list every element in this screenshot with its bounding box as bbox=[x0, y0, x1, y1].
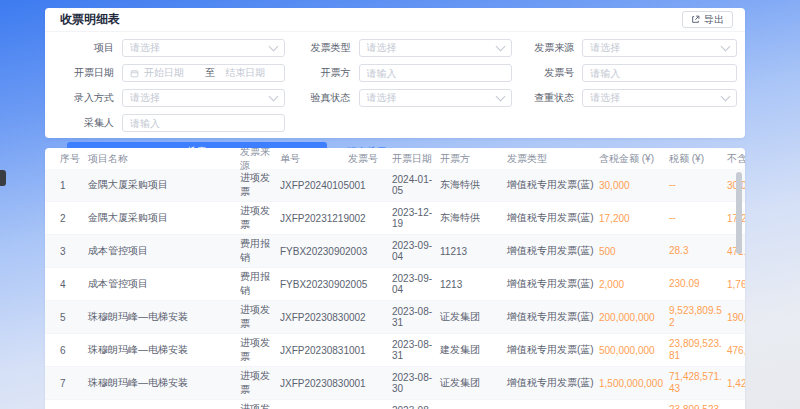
cell-source: 进项发票 bbox=[240, 171, 280, 199]
filter-project-label: 项目 bbox=[45, 41, 122, 55]
col-amount-incl: 含税金额 (¥) bbox=[599, 152, 669, 166]
cell-amount-incl: 500 bbox=[599, 246, 669, 257]
table-panel: 序号 项目名称 发票来源 单号 发票号 开票日期 开票方 发票类型 含税金额 (… bbox=[45, 148, 745, 409]
filter-invoice-type-label: 发票类型 bbox=[285, 41, 359, 55]
cell-type: 增值税专用发票(蓝) bbox=[507, 376, 599, 390]
title-bar: 收票明细表 导出 bbox=[45, 8, 745, 32]
cell-tax: 23,809,523.81 bbox=[669, 338, 727, 362]
cell-tax: 230.09 bbox=[669, 278, 727, 290]
chevron-down-icon bbox=[721, 92, 731, 102]
col-no: 序号 bbox=[45, 152, 88, 166]
cell-order-no: JXFP20240105001 bbox=[280, 180, 348, 191]
col-issuer: 开票方 bbox=[440, 152, 507, 166]
cell-project: 珠穆朗玛峰—电梯安装 bbox=[88, 376, 240, 390]
table-row: 6 珠穆朗玛峰—电梯安装 进项发票 JXFP20230831001 2023-0… bbox=[45, 334, 745, 367]
filter-invoice-source-placeholder: 请选择 bbox=[590, 41, 722, 55]
cell-order-no: JXFP20230830002 bbox=[280, 312, 348, 323]
table-scroll-area: 序号 项目名称 发票来源 单号 发票号 开票日期 开票方 发票类型 含税金额 (… bbox=[45, 148, 745, 409]
filter-project-placeholder: 请选择 bbox=[130, 41, 270, 55]
cell-order-no: FYBX20230902005 bbox=[280, 279, 348, 290]
export-button[interactable]: 导出 bbox=[682, 11, 733, 28]
cell-type: 增值税专用发票(蓝) bbox=[507, 343, 599, 357]
col-tax: 税额 (¥) bbox=[669, 153, 727, 165]
cell-no: 2 bbox=[45, 213, 88, 224]
filter-form: 项目 请选择 发票类型 请选择 发票来源 请选择 开票日期 bbox=[45, 32, 745, 162]
vertical-scrollbar[interactable] bbox=[736, 172, 742, 254]
filter-verify-status-select[interactable]: 请选择 bbox=[359, 89, 513, 107]
date-range-separator: 至 bbox=[195, 66, 225, 80]
cell-issuer: 东海特供 bbox=[440, 178, 507, 192]
filter-verify-status-label: 验真状态 bbox=[285, 91, 359, 105]
start-date-placeholder: 开始日期 bbox=[144, 66, 195, 80]
cell-type: 增值税专用发票(蓝) bbox=[507, 277, 599, 291]
cell-no: 1 bbox=[45, 180, 88, 191]
cell-no: 3 bbox=[45, 246, 88, 257]
col-amount-excl: 不含税金额 (¥) bbox=[727, 152, 745, 166]
cell-no: 6 bbox=[45, 345, 88, 356]
cell-tax: 28.3 bbox=[669, 245, 727, 257]
cell-date: 2023-12-19 bbox=[392, 207, 440, 229]
table-row: 4 成本管控项目 费用报销 FYBX20230902005 2023-09-04… bbox=[45, 268, 745, 301]
filter-collector-input[interactable] bbox=[130, 115, 277, 131]
filter-issuer-field bbox=[359, 64, 513, 82]
chevron-down-icon bbox=[496, 92, 506, 102]
export-label: 导出 bbox=[704, 13, 724, 27]
end-date-placeholder: 结束日期 bbox=[225, 66, 276, 80]
filter-invoice-date-range[interactable]: 开始日期 至 结束日期 bbox=[122, 64, 285, 82]
col-order-no: 单号 bbox=[280, 152, 348, 166]
filter-verify-status-placeholder: 请选择 bbox=[367, 91, 498, 105]
cell-tax: 23,809,523.81 bbox=[669, 404, 727, 409]
cell-source: 费用报销 bbox=[240, 237, 280, 265]
table-row: 3 成本管控项目 费用报销 FYBX20230902003 2023-09-04… bbox=[45, 235, 745, 268]
cell-amount-excl: 476,190,476.19 bbox=[727, 345, 745, 356]
filter-collector-label: 采集人 bbox=[45, 116, 122, 130]
cell-source: 进项发票 bbox=[240, 303, 280, 331]
table-body: 1 金隅大厦采购项目 进项发票 JXFP20240105001 2024-01-… bbox=[45, 169, 745, 409]
table-row: 1 金隅大厦采购项目 进项发票 JXFP20240105001 2024-01-… bbox=[45, 169, 745, 202]
filter-entry-method-select[interactable]: 请选择 bbox=[122, 89, 285, 107]
calendar-icon bbox=[130, 69, 139, 78]
cell-project: 珠穆朗玛峰—电梯安装 bbox=[88, 310, 240, 324]
filter-issuer-input[interactable] bbox=[367, 65, 505, 81]
cell-date: 2023-08-30 bbox=[392, 372, 440, 394]
cell-tax: -- bbox=[669, 212, 727, 224]
cell-amount-incl: 500,000,000 bbox=[599, 345, 669, 356]
filter-project-select[interactable]: 请选择 bbox=[122, 39, 285, 57]
cell-amount-incl: 30,000 bbox=[599, 180, 669, 191]
cell-amount-excl: 1,769.91 bbox=[727, 279, 745, 290]
filter-invoice-source-label: 发票来源 bbox=[512, 41, 582, 55]
filter-invoice-no-input[interactable] bbox=[590, 65, 729, 81]
cell-project: 金隅大厦采购项目 bbox=[88, 178, 240, 192]
cell-tax: 9,523,809.52 bbox=[669, 305, 727, 329]
cell-issuer: 1213 bbox=[440, 279, 507, 290]
filter-invoice-no-label: 发票号 bbox=[512, 66, 582, 80]
floating-side-handle[interactable] bbox=[0, 170, 6, 186]
filter-invoice-source-select[interactable]: 请选择 bbox=[582, 39, 737, 57]
cell-date: 2023-08-31 bbox=[392, 339, 440, 361]
cell-order-no: FYBX20230902003 bbox=[280, 246, 348, 257]
cell-issuer: 证发集团 bbox=[440, 310, 507, 324]
filter-dup-status-select[interactable]: 请选择 bbox=[582, 89, 737, 107]
cell-source: 进项发票 bbox=[240, 402, 280, 409]
chevron-down-icon bbox=[496, 42, 506, 52]
cell-date: 2023-09-04 bbox=[392, 240, 440, 262]
chevron-down-icon bbox=[721, 42, 731, 52]
table-header-row: 序号 项目名称 发票来源 单号 发票号 开票日期 开票方 发票类型 含税金额 (… bbox=[45, 148, 745, 169]
filter-invoice-type-placeholder: 请选择 bbox=[367, 41, 498, 55]
filter-panel: 收票明细表 导出 项目 请选择 发票类型 请选择 发票来源 bbox=[45, 8, 745, 138]
filter-issuer-label: 开票方 bbox=[285, 66, 359, 80]
filter-invoice-no-field bbox=[582, 64, 737, 82]
cell-type: 增值税专用发票(蓝) bbox=[507, 244, 599, 258]
cell-no: 4 bbox=[45, 279, 88, 290]
cell-amount-incl: 17,200 bbox=[599, 213, 669, 224]
cell-tax: -- bbox=[669, 179, 727, 191]
cell-issuer: 建发集团 bbox=[440, 343, 507, 357]
filter-invoice-type-select[interactable]: 请选择 bbox=[359, 39, 513, 57]
cell-order-no: JXFP20231219002 bbox=[280, 213, 348, 224]
filter-invoice-date-label: 开票日期 bbox=[45, 66, 122, 80]
table-row: 8 珠穆朗玛峰—电梯安装 进项发票 JXFP20230830003 2023-0… bbox=[45, 400, 745, 409]
cell-issuer: 11213 bbox=[440, 246, 507, 257]
cell-date: 2023-08-31 bbox=[392, 306, 440, 328]
cell-project: 成本管控项目 bbox=[88, 277, 240, 291]
cell-date: 2023-08-30 bbox=[392, 405, 440, 409]
